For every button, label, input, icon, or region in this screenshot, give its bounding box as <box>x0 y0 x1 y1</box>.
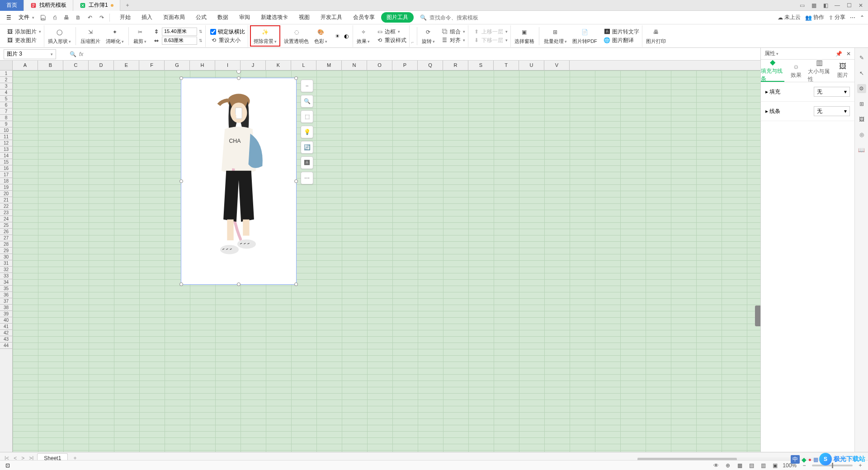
tab-size-prop[interactable]: ▥大小与属性 <box>808 60 831 82</box>
print-icon[interactable]: 🖶 <box>62 14 71 22</box>
remove-background-button[interactable]: ✨抠除背景 <box>250 25 280 47</box>
row-header[interactable]: 33 <box>0 273 12 279</box>
row-header[interactable]: 31 <box>0 260 12 267</box>
float-convert[interactable]: 🔄 <box>301 141 313 154</box>
translate-button[interactable]: 🌐图片翻译 <box>604 37 634 44</box>
row-header[interactable]: 42 <box>0 330 12 336</box>
cells-canvas[interactable] <box>13 70 760 457</box>
change-image-button[interactable]: 🖼更改图片 <box>6 37 37 44</box>
resize-handle-tm[interactable] <box>237 76 241 80</box>
name-box[interactable]: 图片 3▾ <box>4 49 56 59</box>
col-header-P[interactable]: P <box>392 61 418 70</box>
row-header[interactable]: 19 <box>0 184 12 191</box>
row-header[interactable]: 8 <box>0 115 12 121</box>
height-input[interactable] <box>162 28 197 36</box>
menu-member[interactable]: 会员专享 <box>349 12 379 23</box>
row-header[interactable]: 7 <box>0 108 12 115</box>
menu-page-layout[interactable]: 页面布局 <box>159 12 189 23</box>
col-header-R[interactable]: R <box>443 61 468 70</box>
view-page-icon[interactable]: ▤ <box>747 461 755 470</box>
dialog-launcher-icon[interactable]: ⌐ <box>411 40 414 45</box>
row-header[interactable]: 27 <box>0 235 12 241</box>
apps-icon[interactable]: ▦ <box>808 1 819 10</box>
color-button[interactable]: 🎨色彩 <box>312 26 329 46</box>
menu-start[interactable]: 开始 <box>115 12 135 23</box>
row-header[interactable]: 36 <box>0 292 12 298</box>
row-header[interactable]: 35 <box>0 286 12 292</box>
col-header-B[interactable]: B <box>38 61 63 70</box>
row-header[interactable]: 15 <box>0 159 12 165</box>
tray-record-icon[interactable]: ● <box>808 456 811 463</box>
select-pane-button[interactable]: ▣选择窗格 <box>513 26 536 46</box>
row-header[interactable]: 20 <box>0 191 12 197</box>
col-header-F[interactable]: F <box>139 61 165 70</box>
row-header[interactable]: 11 <box>0 134 12 140</box>
strip-translate-icon[interactable]: ⊞ <box>857 99 866 108</box>
row-header[interactable]: 3 <box>0 83 12 89</box>
cloud-status[interactable]: ☁未上云 <box>778 14 801 21</box>
row-header[interactable]: 16 <box>0 165 12 172</box>
pin-icon[interactable]: 📌 <box>835 51 842 57</box>
row-header[interactable]: 40 <box>0 317 12 324</box>
inserted-image[interactable]: CHA <box>181 78 297 285</box>
strip-locate-icon[interactable]: ◎ <box>857 130 866 139</box>
resize-handle-bl[interactable] <box>179 282 183 286</box>
row-header[interactable]: 10 <box>0 127 12 134</box>
panel-title[interactable]: 属性 <box>764 50 778 57</box>
menu-insert[interactable]: 插入 <box>137 12 157 23</box>
row-header[interactable]: 24 <box>0 216 12 222</box>
tab-workbook[interactable]: 工作簿1 <box>73 0 120 11</box>
col-header-E[interactable]: E <box>114 61 139 70</box>
float-ocr[interactable]: 🅰 <box>301 156 313 169</box>
layout-icon[interactable]: ▭ <box>797 1 807 10</box>
col-header-K[interactable]: K <box>266 61 291 70</box>
col-header-G[interactable]: G <box>165 61 190 70</box>
ime-indicator[interactable]: 中 <box>791 455 800 464</box>
group-button[interactable]: ⿻组合 <box>441 28 465 36</box>
minimize-button[interactable]: — <box>832 1 843 10</box>
col-header-M[interactable]: M <box>316 61 342 70</box>
print-preview-icon[interactable]: 🗎 <box>74 14 82 22</box>
row-header[interactable]: 1 <box>0 70 12 77</box>
col-header-H[interactable]: H <box>190 61 215 70</box>
status-customize-icon[interactable]: ⊡ <box>4 461 12 470</box>
row-header[interactable]: 17 <box>0 172 12 178</box>
row-header[interactable]: 25 <box>0 222 12 229</box>
add-image-button[interactable]: 🖼添加图片 <box>6 28 41 36</box>
menu-formula[interactable]: 公式 <box>191 12 211 23</box>
collapse-ribbon-icon[interactable]: ⌃ <box>860 14 864 21</box>
reset-style-button[interactable]: ⟲重设样式 <box>376 37 406 44</box>
col-header-D[interactable]: D <box>89 61 114 70</box>
row-header[interactable]: 39 <box>0 311 12 317</box>
float-more[interactable]: ⋯ <box>301 172 313 184</box>
border-button[interactable]: ▭边框 <box>376 28 400 36</box>
row-header[interactable]: 12 <box>0 140 12 146</box>
col-header-A[interactable]: A <box>13 61 38 70</box>
menu-review[interactable]: 审阅 <box>235 12 255 23</box>
strip-select-icon[interactable]: ↖ <box>857 69 866 78</box>
row-header[interactable]: 41 <box>0 324 12 330</box>
name-box-dropdown-icon[interactable]: ▾ <box>51 52 53 56</box>
menu-view[interactable]: 视图 <box>294 12 314 23</box>
row-header[interactable]: 9 <box>0 121 12 127</box>
view-normal-icon[interactable]: ▦ <box>736 461 744 470</box>
reset-size-button[interactable]: ⟲重设大小 <box>210 37 241 44</box>
spinner-icon[interactable]: ⇅ <box>199 29 203 34</box>
brightness-icon[interactable]: ☀ <box>334 33 341 40</box>
batch-button[interactable]: ⊞批量处理 <box>542 26 569 46</box>
tab-fill-line[interactable]: ◆填充与线条 <box>761 60 784 82</box>
strip-reading-icon[interactable]: 📖 <box>857 146 866 155</box>
row-header[interactable]: 37 <box>0 298 12 305</box>
view-eye-icon[interactable]: 👁 <box>712 461 720 470</box>
resize-handle-bm[interactable] <box>237 282 241 286</box>
formula-input[interactable] <box>86 51 154 57</box>
contrast-icon[interactable]: ◐ <box>343 33 350 40</box>
row-header[interactable]: 2 <box>0 77 12 83</box>
view-focus-icon[interactable]: ⊕ <box>724 461 732 470</box>
row-header[interactable]: 5 <box>0 96 12 102</box>
file-menu[interactable]: 文件 <box>16 13 37 22</box>
resize-handle-ml[interactable] <box>179 179 183 183</box>
row-header[interactable]: 44 <box>0 343 12 349</box>
fx-zoom-icon[interactable]: 🔍 <box>70 51 76 57</box>
col-header-Q[interactable]: Q <box>418 61 443 70</box>
